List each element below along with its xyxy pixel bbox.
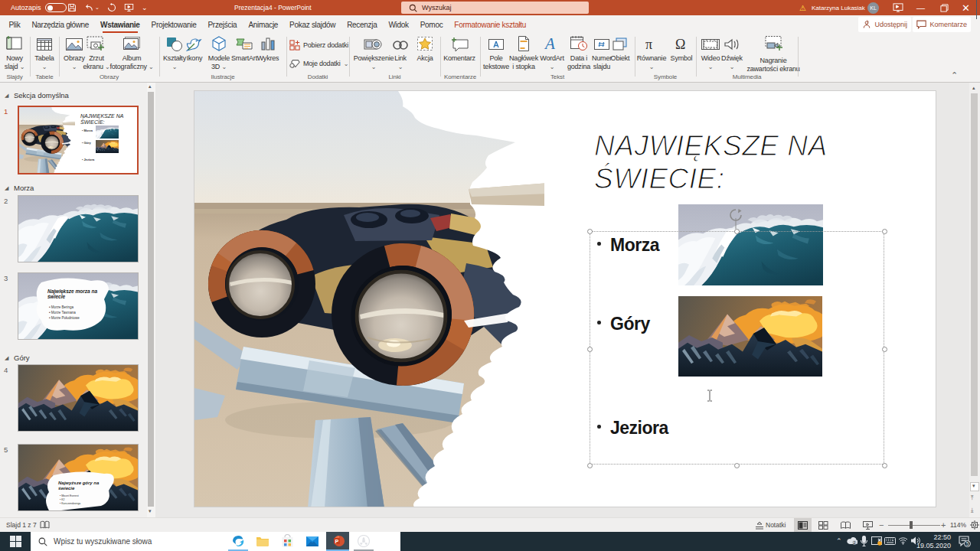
svg-text:• Morze Beringa: • Morze Beringa bbox=[49, 305, 74, 309]
svg-text:• Kanczendzonga: • Kanczendzonga bbox=[60, 502, 80, 505]
svg-text:• Góry: • Góry bbox=[82, 141, 92, 145]
svg-text:• Mount Everest: • Mount Everest bbox=[60, 494, 79, 497]
svg-text:Ω: Ω bbox=[675, 37, 685, 52]
svg-text:5: 5 bbox=[966, 541, 969, 546]
svg-text:• Jeziora: • Jeziora bbox=[82, 158, 95, 161]
svg-text:• Morze Tasmana: • Morze Tasmana bbox=[49, 311, 76, 315]
svg-text:NAJWIĘKSZE NA: NAJWIĘKSZE NA bbox=[80, 113, 124, 119]
svg-text:• Morze Południowe: • Morze Południowe bbox=[49, 316, 80, 320]
svg-text:π: π bbox=[645, 37, 652, 52]
svg-text:Najwyższe góry na: Najwyższe góry na bbox=[58, 481, 100, 485]
svg-text:A: A bbox=[544, 35, 555, 52]
svg-text:• Morza: • Morza bbox=[82, 129, 93, 132]
svg-text:P: P bbox=[335, 539, 339, 544]
svg-text:świecie: świecie bbox=[58, 486, 75, 491]
svg-text:2: 2 bbox=[854, 540, 856, 545]
svg-text:• K2: • K2 bbox=[60, 498, 65, 501]
svg-text:świecie: świecie bbox=[47, 294, 66, 299]
svg-text:ŚWIECIE:: ŚWIECIE: bbox=[80, 119, 105, 125]
